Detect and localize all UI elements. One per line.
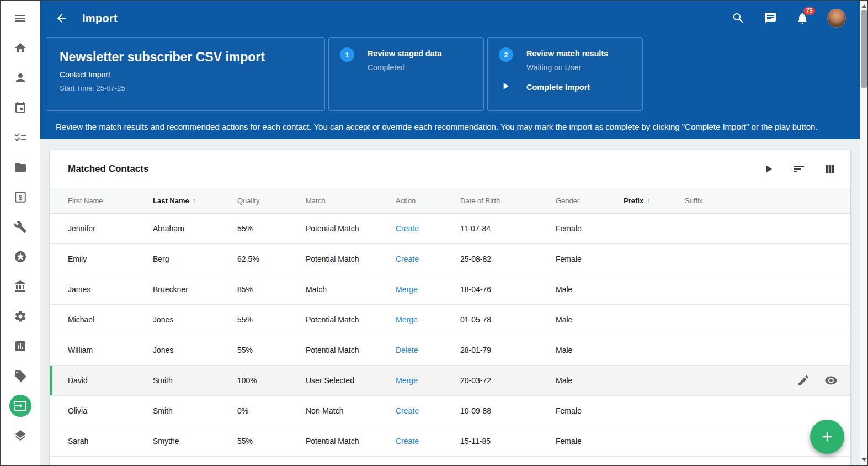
complete-import-button[interactable]: Complete Import <box>526 82 631 92</box>
sidebar: $ <box>1 1 40 465</box>
play-icon <box>500 81 511 92</box>
cell-first-name: Michael <box>68 315 153 324</box>
col-first-name[interactable]: First Name <box>68 197 153 205</box>
dollar-box-icon: $ <box>14 190 27 204</box>
top-app-bar: Import 75 <box>40 1 860 36</box>
table-row-selected[interactable]: David Smith 100% User Selected Merge 20-… <box>50 366 850 396</box>
matched-contacts-card: Matched Contacts First Nam <box>50 150 850 466</box>
notifications-button[interactable]: 75 <box>795 11 810 25</box>
eye-icon <box>824 374 838 387</box>
plus-icon <box>819 429 835 444</box>
topbar-actions: 75 <box>731 9 846 28</box>
complete-import-play-button[interactable] <box>500 81 526 92</box>
step-status: Completed <box>368 63 472 72</box>
sidebar-item-home[interactable] <box>9 37 31 59</box>
cell-last-name: Abraham <box>153 224 237 233</box>
col-gender[interactable]: Gender <box>556 197 624 205</box>
cell-quality: 55% <box>237 346 306 354</box>
table-row[interactable]: Emily Berg 62.5% Potential Match Create … <box>50 244 850 274</box>
cell-match: Potential Match <box>306 224 396 233</box>
sort-button[interactable] <box>792 162 806 176</box>
scroll-up-arrow[interactable] <box>862 4 866 8</box>
app-root: $ Import <box>1 1 860 465</box>
cell-match: Potential Match <box>306 255 396 263</box>
process-all-button[interactable] <box>761 162 775 176</box>
step-number-badge: 1 <box>340 47 354 62</box>
back-button[interactable] <box>55 11 69 25</box>
avatar[interactable] <box>827 9 846 28</box>
sidebar-item-calendar[interactable] <box>9 97 31 119</box>
calendar-icon <box>14 101 27 114</box>
sidebar-item-layers[interactable] <box>9 425 31 447</box>
content-area: Matched Contacts First Nam <box>40 139 860 465</box>
sidebar-item-reports[interactable] <box>9 335 31 357</box>
cell-first-name: Jennifer <box>68 224 153 233</box>
add-contact-fab[interactable] <box>810 420 844 454</box>
bank-icon <box>14 280 27 293</box>
table-row[interactable]: Olivia Smith 0% Non-Match Create 10-09-8… <box>50 396 850 426</box>
edit-button[interactable] <box>796 373 811 388</box>
pencil-icon <box>797 374 810 387</box>
step-card-1: 1 Review staged data Completed <box>328 37 484 111</box>
cell-quality: 0% <box>237 406 306 415</box>
cell-first-name: Olivia <box>68 406 153 415</box>
sort-icon <box>792 162 806 176</box>
layers-icon <box>14 429 27 442</box>
menu-button[interactable] <box>9 7 31 29</box>
home-icon <box>14 41 27 55</box>
sidebar-item-folder[interactable] <box>9 156 31 178</box>
action-link[interactable]: Create <box>396 224 460 233</box>
page-title: Import <box>82 12 118 25</box>
scrollbar-thumb[interactable] <box>861 10 867 88</box>
action-link[interactable]: Delete <box>396 346 460 354</box>
col-quality[interactable]: Quality <box>237 197 306 205</box>
col-match[interactable]: Match <box>306 197 396 205</box>
scrollbar[interactable] <box>860 1 867 465</box>
cell-dob: 10-09-88 <box>460 406 556 415</box>
wrench-icon <box>14 220 27 234</box>
action-link[interactable]: Create <box>396 255 460 263</box>
col-action[interactable]: Action <box>396 197 460 205</box>
import-start-time: Start Time: 25-07-25 <box>60 84 311 92</box>
col-prefix[interactable]: Prefix↑ <box>624 197 685 205</box>
sidebar-item-checklist[interactable] <box>9 126 31 149</box>
sidebar-item-tools[interactable] <box>9 216 31 238</box>
sidebar-item-favorites[interactable] <box>9 246 31 268</box>
col-dob[interactable]: Date of Birth <box>460 197 556 205</box>
star-circle-icon <box>14 250 27 263</box>
columns-button[interactable] <box>823 162 837 176</box>
step-number-badge: 2 <box>499 47 513 62</box>
sidebar-item-import[interactable] <box>9 395 31 417</box>
sidebar-item-bank[interactable] <box>9 276 31 298</box>
view-button[interactable] <box>824 373 838 388</box>
cell-last-name: Jones <box>153 315 237 324</box>
sidebar-item-contacts[interactable] <box>9 67 31 89</box>
table-row[interactable]: Sarah Smythe 55% Potential Match Create … <box>50 426 850 457</box>
cell-last-name: Brueckner <box>153 285 237 294</box>
action-link[interactable]: Merge <box>396 376 460 385</box>
cell-quality: 55% <box>237 315 306 324</box>
col-last-name[interactable]: Last Name↑ <box>153 197 237 205</box>
chat-button[interactable] <box>763 11 778 25</box>
sidebar-item-tags[interactable] <box>9 365 31 387</box>
action-link[interactable]: Create <box>396 406 460 415</box>
scroll-down-arrow[interactable] <box>862 458 866 462</box>
search-button[interactable] <box>731 11 745 25</box>
action-link[interactable]: Merge <box>396 285 460 294</box>
table-row[interactable]: Jennifer Abraham 55% Potential Match Cre… <box>50 214 850 244</box>
step-card-2: 2 Review match results Waiting on User C… <box>487 37 643 111</box>
table-row[interactable]: James Brueckner 85% Match Merge 18-04-76… <box>50 274 850 305</box>
action-link[interactable]: Create <box>396 437 460 446</box>
cell-first-name: Emily <box>68 255 153 263</box>
col-suffix[interactable]: Suffix <box>685 197 850 205</box>
table-toolbar <box>761 162 837 176</box>
sidebar-item-billing[interactable]: $ <box>9 186 31 208</box>
search-icon <box>732 12 745 25</box>
cell-gender: Female <box>556 255 624 263</box>
tag-icon <box>14 369 27 383</box>
table-row[interactable]: William Jones 55% Potential Match Delete… <box>50 335 850 366</box>
sidebar-item-settings[interactable] <box>9 305 31 327</box>
action-link[interactable]: Merge <box>396 315 460 324</box>
table-row[interactable]: Michael Jones 55% Potential Match Merge … <box>50 305 850 335</box>
import-header-panel: Newsletter subscriber CSV import Contact… <box>40 36 860 139</box>
